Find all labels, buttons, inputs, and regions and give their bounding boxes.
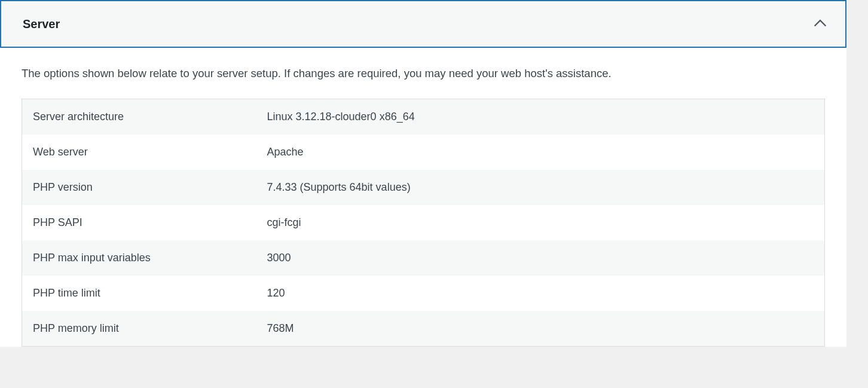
row-value: 768M <box>256 311 825 347</box>
row-label: PHP SAPI <box>22 205 256 240</box>
table-row: Web server Apache <box>22 135 825 170</box>
table-row: PHP version 7.4.33 (Supports 64bit value… <box>22 170 825 205</box>
table-row: PHP time limit 120 <box>22 276 825 311</box>
table-row: Server architecture Linux 3.12.18-cloude… <box>22 99 825 135</box>
table-row: PHP memory limit 768M <box>22 311 825 347</box>
row-value: Linux 3.12.18-clouder0 x86_64 <box>256 99 825 135</box>
table-row: PHP SAPI cgi-fcgi <box>22 205 825 240</box>
server-panel-body: The options shown below relate to your s… <box>0 48 846 347</box>
server-panel-header[interactable]: Server <box>0 0 846 48</box>
row-value: cgi-fcgi <box>256 205 825 240</box>
row-label: PHP time limit <box>22 276 256 311</box>
row-label: PHP max input variables <box>22 240 256 276</box>
row-value: 3000 <box>256 240 825 276</box>
server-panel: Server The options shown below relate to… <box>0 0 846 347</box>
row-label: Server architecture <box>22 99 256 135</box>
chevron-up-icon <box>812 16 829 32</box>
panel-description: The options shown below relate to your s… <box>22 66 825 82</box>
server-info-table: Server architecture Linux 3.12.18-cloude… <box>22 99 825 347</box>
panel-title: Server <box>23 17 60 31</box>
row-label: Web server <box>22 135 256 170</box>
row-value: Apache <box>256 135 825 170</box>
row-value: 7.4.33 (Supports 64bit values) <box>256 170 825 205</box>
table-row: PHP max input variables 3000 <box>22 240 825 276</box>
row-value: 120 <box>256 276 825 311</box>
row-label: PHP memory limit <box>22 311 256 347</box>
row-label: PHP version <box>22 170 256 205</box>
